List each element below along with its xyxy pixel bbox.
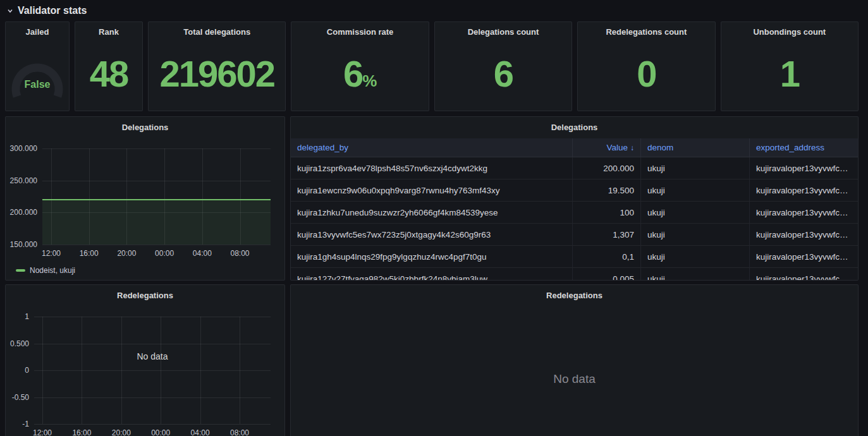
cell-exported-address: kujiravaloper13vyvwfc… xyxy=(750,157,858,179)
delegations-table: delegated_by Value↓ denom exported_addre… xyxy=(291,138,858,280)
stat-value-redelegations-count: 0 xyxy=(637,56,656,92)
y-grid-line xyxy=(34,344,271,344)
cell-denom: ukuji xyxy=(641,246,750,267)
percent-suffix: % xyxy=(362,71,377,90)
cell-delegated-by: kujira1gh4sup4lnqs29fpg9ylgqzhuz4rwc4pgf… xyxy=(291,246,573,267)
x-tick-label: 16:00 xyxy=(72,428,91,436)
cell-delegated-by: kujira1ewcnz9w06u0xpqh9varg87rwnu4hy763m… xyxy=(291,179,573,201)
stat-panel-commission-rate: Commission rate 6% xyxy=(291,21,429,111)
legend-item[interactable]: Nodeist, ukuji xyxy=(16,266,75,275)
panel-title-unbondings-count[interactable]: Unbondings count xyxy=(721,22,858,41)
redelegations-chart-panel: Redelegations 10.5000-0.50-112:0016:0020… xyxy=(5,284,285,436)
redelegations-nodata-panel: Redelegations No data xyxy=(290,284,859,436)
stat-value-commission-rate: 6% xyxy=(343,56,377,92)
x-grid-line xyxy=(240,317,240,424)
series-line xyxy=(42,199,271,200)
stat-value-rank: 48 xyxy=(90,56,128,92)
stats-row: Jailed False Rank 48 Total delegations 2… xyxy=(5,21,859,111)
cell-value: 1,307 xyxy=(573,224,641,245)
y-tick-label: -0.50 xyxy=(6,393,29,402)
stat-panel-total-delegations: Total delegations 219602 xyxy=(148,21,286,111)
cell-delegated-by: kujira1zhku7unedu9suzwzr2yh6066gf4km8453… xyxy=(291,202,573,223)
column-header-denom[interactable]: denom xyxy=(641,138,750,157)
x-tick-label: 08:00 xyxy=(230,249,249,258)
redelegations-chart[interactable]: 10.5000-0.50-112:0016:0020:0000:0004:000… xyxy=(6,285,284,436)
x-tick-label: 20:00 xyxy=(112,428,131,436)
stat-body: False xyxy=(6,41,69,111)
cell-delegated-by: kujira13vyvwfc5es7wx723z5j0xtgagy4k42s60… xyxy=(291,224,573,245)
column-header-delegated-by[interactable]: delegated_by xyxy=(291,138,573,157)
x-tick-label: 00:00 xyxy=(151,428,170,436)
panel-title-commission-rate[interactable]: Commission rate xyxy=(291,22,428,41)
cell-exported-address: kujiravaloper13vyvwfc… xyxy=(750,224,858,245)
y-grid-line xyxy=(34,424,271,425)
cell-delegated-by: kujira1zspr6va4ev78lpsh48s57nv6szxj4cdyw… xyxy=(291,157,573,179)
panel-title-redelegations-count[interactable]: Redelegations count xyxy=(578,22,714,41)
stat-panel-delegations-count: Delegations count 6 xyxy=(434,21,572,111)
delegations-table-panel: Delegations delegated_by Value↓ denom ex… xyxy=(290,116,859,281)
table-row: kujira13vyvwfc5es7wx723z5j0xtgagy4k42s60… xyxy=(291,224,858,246)
cell-delegated-by: kujira127v27tfvaga982w5ki0zbbrfk24n8vbia… xyxy=(291,268,573,280)
panel-title-redelegations-nodata[interactable]: Redelegations xyxy=(291,285,858,305)
column-header-value[interactable]: Value↓ xyxy=(573,138,641,157)
cell-exported-address: kujiravaloper13vyvwfc… xyxy=(750,202,858,223)
sort-desc-icon: ↓ xyxy=(630,143,634,152)
stat-value-jailed: False xyxy=(6,79,69,90)
cell-denom: ukuji xyxy=(641,202,750,223)
panel-title-jailed[interactable]: Jailed xyxy=(6,22,69,41)
y-tick-label: 150.000 xyxy=(6,240,37,249)
cell-value: 0.005 xyxy=(573,268,641,280)
table-header-row: delegated_by Value↓ denom exported_addre… xyxy=(291,138,858,157)
x-grid-line xyxy=(42,317,43,424)
no-data-label: No data xyxy=(137,351,168,361)
x-tick-label: 12:00 xyxy=(33,428,52,436)
delegations-chart-panel: Delegations 300.000250.000200.000150.000… xyxy=(5,116,285,281)
cell-exported-address: kujiravaloper13vyvwfc… xyxy=(750,246,858,267)
y-tick-label: -1 xyxy=(6,420,29,428)
stat-panel-redelegations-count: Redelegations count 0 xyxy=(577,21,715,111)
dashboard-row-header[interactable]: Validator stats xyxy=(5,0,859,21)
x-grid-line xyxy=(82,317,82,424)
cell-value: 0,1 xyxy=(573,246,641,267)
table-rows: kujira1zspr6va4ev78lpsh48s57nv6szxj4cdyw… xyxy=(291,157,858,280)
chevron-down-icon xyxy=(6,7,14,15)
dashboard: Validator stats Jailed False Rank 48 Tot… xyxy=(0,0,868,436)
cell-denom: ukuji xyxy=(641,268,750,280)
table-row: kujira1gh4sup4lnqs29fpg9ylgqzhuz4rwc4pgf… xyxy=(291,246,858,268)
y-grid-line xyxy=(42,148,271,149)
panel-title-rank[interactable]: Rank xyxy=(75,22,142,41)
y-tick-label: 1 xyxy=(6,312,29,321)
delegations-chart[interactable]: 300.000250.000200.000150.00012:0016:0020… xyxy=(6,117,284,280)
panel-title-delegations-table[interactable]: Delegations xyxy=(291,117,858,137)
y-tick-label: 0.500 xyxy=(6,339,29,348)
y-grid-line xyxy=(34,317,271,317)
x-tick-label: 00:00 xyxy=(155,249,174,258)
stat-value-unbondings-count: 1 xyxy=(780,56,799,92)
cell-denom: ukuji xyxy=(641,224,750,245)
y-tick-label: 250.000 xyxy=(6,176,37,185)
x-tick-label: 08:00 xyxy=(230,428,249,436)
gauge: False xyxy=(6,41,69,107)
x-tick-label: 04:00 xyxy=(191,428,210,436)
column-header-exported-address[interactable]: exported_address xyxy=(750,138,858,157)
y-tick-label: 200.000 xyxy=(6,208,37,217)
y-tick-label: 300.000 xyxy=(6,144,37,153)
y-grid-line xyxy=(42,181,271,181)
table-row: kujira1ewcnz9w06u0xpqh9varg87rwnu4hy763m… xyxy=(291,179,858,202)
cell-denom: ukuji xyxy=(641,157,750,179)
y-tick-label: 0 xyxy=(6,366,29,375)
table-row: kujira1zhku7unedu9suzwzr2yh6066gf4km8453… xyxy=(291,202,858,224)
table-row: kujira1zspr6va4ev78lpsh48s57nv6szxj4cdyw… xyxy=(291,157,858,179)
y-grid-line xyxy=(42,245,271,245)
panel-title-delegations-count[interactable]: Delegations count xyxy=(435,22,572,41)
legend-label: Nodeist, ukuji xyxy=(30,266,75,275)
stat-panel-unbondings-count: Unbondings count 1 xyxy=(721,21,859,111)
stat-panel-rank: Rank 48 xyxy=(75,21,143,111)
panel-title-total-delegations[interactable]: Total delegations xyxy=(149,22,285,41)
x-grid-line xyxy=(121,317,122,424)
stat-value-delegations-count: 6 xyxy=(494,56,513,92)
y-grid-line xyxy=(34,397,271,398)
no-data-message: No data xyxy=(553,372,596,386)
series-area-fill xyxy=(42,200,271,245)
cell-exported-address: kujiravaloper13vyvwfc… xyxy=(750,179,858,201)
